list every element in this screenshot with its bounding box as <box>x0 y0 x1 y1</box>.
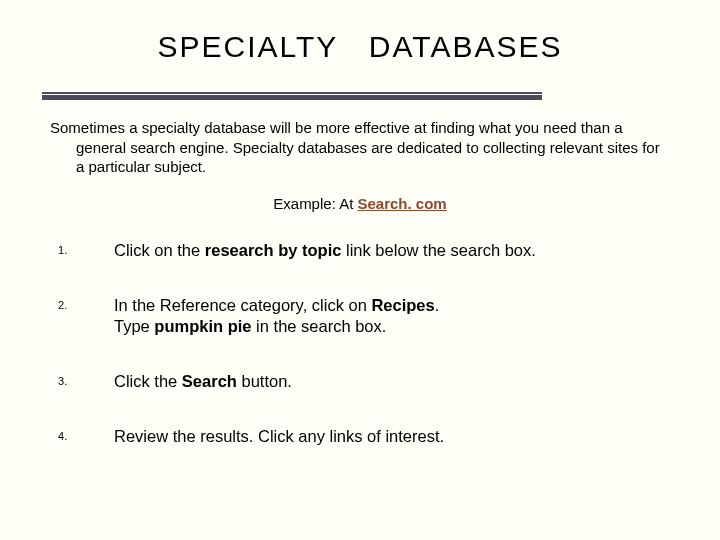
example-prefix: Example: At <box>273 195 357 212</box>
intro-paragraph: Sometimes a specialty database will be m… <box>50 118 670 177</box>
slide: SPECIALTY DATABASES Sometimes a specialt… <box>0 0 720 540</box>
list-item: In the Reference category, click on Reci… <box>58 295 670 337</box>
example-line: Example: At Search. com <box>50 195 670 212</box>
steps-list: Click on the research by topic link belo… <box>58 240 670 448</box>
example-link[interactable]: Search. com <box>358 195 447 212</box>
page-title: SPECIALTY DATABASES <box>50 30 670 64</box>
list-item: Click on the research by topic link belo… <box>58 240 670 261</box>
list-item: Review the results. Click any links of i… <box>58 426 670 447</box>
list-item: Click the Search button. <box>58 371 670 392</box>
divider <box>42 92 542 100</box>
